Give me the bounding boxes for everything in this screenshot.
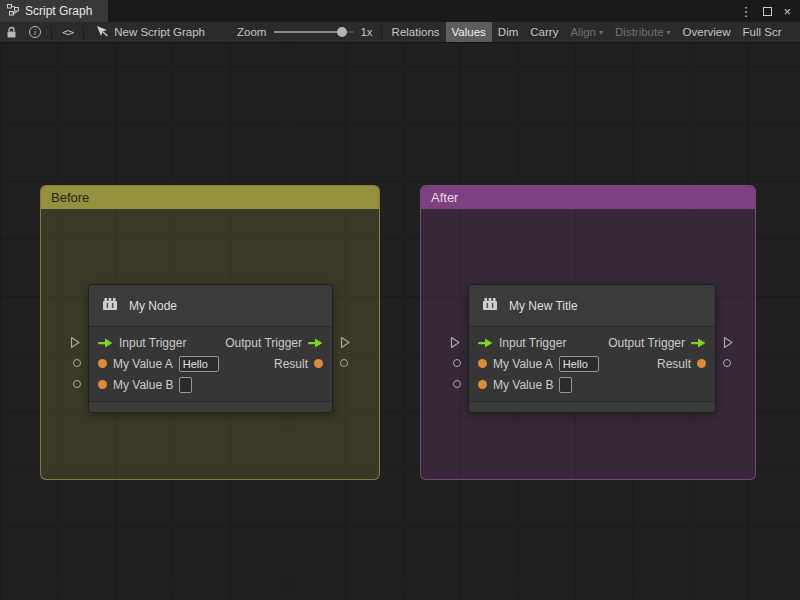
port-label: Input Trigger [499, 336, 566, 350]
code-preview-icon[interactable]: <> [56, 22, 79, 42]
node-body: Input Trigger Output Trigger My Value A [89, 327, 332, 401]
input-trigger-port[interactable]: Input Trigger [478, 336, 566, 350]
button-label: Carry [530, 26, 558, 38]
graph-breadcrumb[interactable]: New Script Graph [88, 22, 213, 42]
trigger-arrow-icon [308, 338, 323, 348]
external-value-circle-port[interactable] [340, 359, 348, 367]
port-label: My Value B [113, 378, 173, 392]
lock-icon[interactable] [0, 22, 23, 42]
align-button[interactable]: Align ▾ [564, 22, 609, 42]
distribute-button[interactable]: Distribute ▾ [609, 22, 677, 42]
external-output-triangle-port[interactable] [723, 336, 734, 352]
group-title: Before [51, 190, 89, 205]
external-input-triangle-port[interactable] [450, 336, 461, 352]
node-footer [469, 401, 715, 412]
zoom-slider-handle[interactable] [337, 27, 347, 37]
value-a-input[interactable] [559, 356, 599, 372]
value-port-dot-icon [478, 359, 487, 368]
tab-script-graph[interactable]: Script Graph [0, 0, 108, 22]
node-header[interactable]: My Node [89, 285, 332, 327]
zoom-label: Zoom [237, 26, 266, 38]
zoom-slider-fill [274, 31, 342, 33]
node-row-value-a: My Value A Result [469, 353, 715, 374]
value-b-port[interactable]: My Value B [98, 377, 192, 393]
button-label: Dim [498, 26, 518, 38]
port-label: My Value A [493, 357, 553, 371]
graph-name-label: New Script Graph [114, 26, 205, 38]
result-port[interactable]: Result [657, 357, 706, 371]
values-button[interactable]: Values [446, 22, 492, 42]
value-a-input[interactable] [179, 356, 219, 372]
value-a-port[interactable]: My Value A [478, 356, 599, 372]
output-trigger-port[interactable]: Output Trigger [608, 336, 706, 350]
node-my-node[interactable]: My Node Input Trigger Output Trigger [88, 284, 333, 413]
relations-button[interactable]: Relations [386, 22, 446, 42]
external-input-triangle-port[interactable] [70, 336, 81, 352]
carry-button[interactable]: Carry [524, 22, 564, 42]
output-trigger-port[interactable]: Output Trigger [225, 336, 323, 350]
external-value-circle-port[interactable] [73, 380, 81, 388]
node-row-triggers: Input Trigger Output Trigger [89, 332, 332, 353]
external-value-circle-port[interactable] [453, 380, 461, 388]
dim-button[interactable]: Dim [492, 22, 524, 42]
node-row-value-b: My Value B [469, 374, 715, 395]
kebab-menu-icon[interactable]: ⋮ [739, 5, 752, 18]
port-label: My Value B [493, 378, 553, 392]
node-row-value-b: My Value B [89, 374, 332, 395]
overview-button[interactable]: Overview [677, 22, 737, 42]
input-trigger-port[interactable]: Input Trigger [98, 336, 186, 350]
button-label: Full Scr [743, 26, 782, 38]
maximize-icon[interactable] [763, 7, 772, 16]
zoom-value: 1x [360, 26, 372, 38]
script-graph-icon [7, 4, 19, 19]
close-icon[interactable]: × [783, 5, 791, 18]
node-row-triggers: Input Trigger Output Trigger [469, 332, 715, 353]
port-label: Output Trigger [608, 336, 685, 350]
value-a-port[interactable]: My Value A [98, 356, 219, 372]
port-label: Input Trigger [119, 336, 186, 350]
external-value-circle-port[interactable] [723, 359, 731, 367]
node-my-new-title[interactable]: My New Title Input Trigger Output Trigge… [468, 284, 716, 413]
value-b-input[interactable] [559, 377, 572, 393]
dropdown-arrow-icon: ▾ [599, 28, 603, 37]
group-after-header[interactable]: After [421, 186, 755, 209]
button-label: Values [452, 26, 486, 38]
dropdown-arrow-icon: ▾ [667, 28, 671, 37]
external-value-circle-port[interactable] [73, 359, 81, 367]
trigger-arrow-icon [98, 338, 113, 348]
unit-node-icon [100, 294, 120, 317]
port-label: My Value A [113, 357, 173, 371]
info-icon[interactable]: i [23, 22, 47, 42]
value-port-dot-icon [478, 380, 487, 389]
value-port-dot-icon [98, 359, 107, 368]
graph-toolbar: i <> New Script Graph Zoom 1x Relations … [0, 22, 800, 43]
value-b-port[interactable]: My Value B [478, 377, 572, 393]
tab-title: Script Graph [25, 4, 92, 18]
node-title: My Node [129, 299, 177, 313]
trigger-arrow-icon [478, 338, 493, 348]
zoom-control: Zoom 1x [237, 25, 377, 39]
group-before[interactable]: Before [40, 185, 380, 480]
trigger-arrow-icon [691, 338, 706, 348]
group-before-header[interactable]: Before [41, 186, 379, 209]
toolbar-separator [51, 25, 52, 40]
port-label: Output Trigger [225, 336, 302, 350]
result-port[interactable]: Result [274, 357, 323, 371]
value-b-input[interactable] [179, 377, 192, 393]
node-row-value-a: My Value A Result [89, 353, 332, 374]
unit-node-icon [480, 294, 500, 317]
zoom-slider[interactable] [274, 25, 354, 39]
button-label: Distribute [615, 26, 664, 38]
fullscreen-button[interactable]: Full Scr [737, 22, 788, 42]
graph-canvas[interactable]: Before [0, 43, 800, 600]
button-label: Relations [392, 26, 440, 38]
window-tab-bar: Script Graph ⋮ × [0, 0, 800, 22]
toolbar-separator [381, 25, 382, 40]
value-port-dot-icon [98, 380, 107, 389]
port-label: Result [274, 357, 308, 371]
external-value-circle-port[interactable] [453, 359, 461, 367]
node-header[interactable]: My New Title [469, 285, 715, 327]
group-after[interactable]: After [420, 185, 756, 480]
window-controls: ⋮ × [739, 0, 800, 22]
external-output-triangle-port[interactable] [340, 336, 351, 352]
